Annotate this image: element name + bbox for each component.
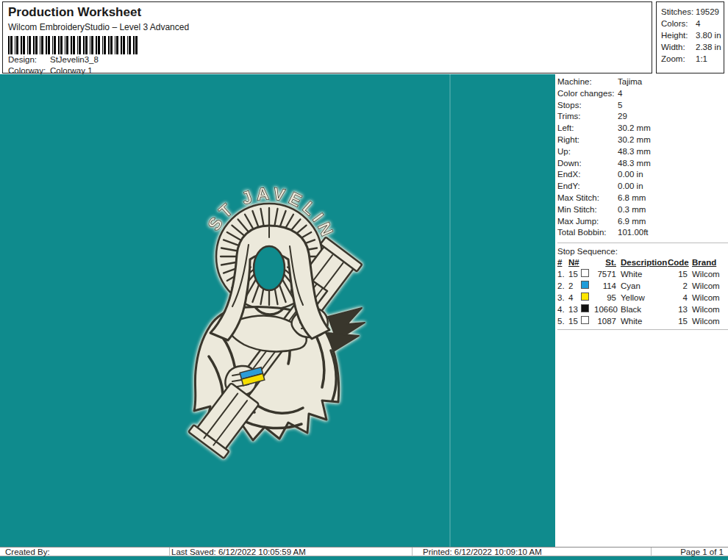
- colors-label: Colors:: [661, 18, 696, 29]
- software-name: Wilcom EmbroideryStudio – Level 3 Advanc…: [8, 22, 189, 32]
- left-label: Left:: [557, 123, 618, 134]
- production-worksheet-page: Production Worksheet Wilcom EmbroiderySt…: [0, 0, 728, 560]
- header-box: Production Worksheet Wilcom EmbroiderySt…: [2, 1, 652, 73]
- colors-value: 4: [696, 18, 700, 29]
- endx-value: 0.00 in: [618, 169, 643, 181]
- col-code: Code: [668, 258, 689, 267]
- design-barcode: [8, 36, 139, 54]
- zoom-value: 1:1: [696, 53, 707, 65]
- stop-sequence-title: Stop Sequence:: [557, 245, 728, 257]
- design-label: Design:: [8, 55, 50, 64]
- footer-divider: [169, 548, 170, 556]
- created-by: Created By:: [5, 548, 167, 556]
- down-value: 48.3 mm: [618, 158, 651, 170]
- summary-box: Stitches:19529 Colors:4 Height:3.80 in W…: [656, 1, 724, 73]
- down-label: Down:: [557, 158, 618, 170]
- last-saved: Last Saved: 6/12/2022 10:05:59 AM: [171, 548, 407, 556]
- thread-swatch-white: [581, 269, 589, 277]
- info-row-left: Left:30.2 mm: [557, 123, 728, 134]
- col-description: Description: [621, 258, 667, 267]
- footer-divider: [651, 548, 652, 556]
- total-bobbin-value: 101.00ft: [618, 227, 649, 239]
- stops-value: 5: [618, 100, 622, 112]
- info-row-down: Down:48.3 mm: [557, 158, 728, 170]
- color-changes-label: Color changes:: [557, 88, 618, 100]
- design-canvas: ST JAVELIN: [0, 74, 555, 547]
- summary-row-width: Width:2.38 in: [661, 41, 724, 53]
- embroidery-design: ST JAVELIN: [0, 74, 555, 547]
- st-javelin-patch: ST JAVELIN: [188, 183, 365, 459]
- stop-row-5: 5. 15 1087 White 15 Wilcom: [557, 316, 728, 328]
- width-label: Width:: [661, 41, 696, 53]
- min-stitch-value: 0.3 mm: [618, 204, 646, 216]
- info-row-machine: Machine:Tajima: [557, 76, 728, 88]
- max-stitch-value: 6.8 mm: [618, 193, 646, 204]
- max-jump-value: 6.9 mm: [618, 216, 646, 228]
- page-number: Page 1 of 1: [653, 548, 724, 556]
- info-row-right: Right:30.2 mm: [557, 134, 728, 146]
- summary-row-stitches: Stitches:19529: [661, 6, 724, 18]
- machine-info-panel: Machine:Tajima Color changes:4 Stops:5 T…: [556, 74, 728, 547]
- page-title: Production Worksheet: [8, 5, 141, 20]
- max-stitch-label: Max Stitch:: [557, 193, 618, 204]
- min-stitch-label: Min Stitch:: [557, 204, 618, 216]
- stop-table-header: # N# St. Description Code Brand: [557, 257, 728, 269]
- endx-label: EndX:: [557, 169, 618, 181]
- col-brand: Brand: [692, 258, 716, 267]
- height-label: Height:: [661, 29, 696, 41]
- width-value: 2.38 in: [696, 41, 721, 53]
- info-row-endy: EndY:0.00 in: [557, 181, 728, 193]
- info-row-endx: EndX:0.00 in: [557, 169, 728, 181]
- stop-row-4: 4. 13 10660 Black 13 Wilcom: [557, 304, 728, 316]
- info-row-total-bobbin: Total Bobbin:101.00ft: [557, 227, 728, 239]
- printed-timestamp: Printed: 6/12/2022 10:09:10 AM: [423, 548, 643, 556]
- col-num: #: [557, 258, 562, 267]
- stops-label: Stops:: [557, 100, 618, 112]
- info-row-up: Up:48.3 mm: [557, 146, 728, 158]
- color-changes-value: 4: [618, 88, 622, 100]
- footer-divider: [412, 548, 413, 556]
- info-row-trims: Trims:29: [557, 111, 728, 123]
- stop-sequence-table: # N# St. Description Code Brand 1. 15 75…: [557, 257, 728, 329]
- stop-row-2: 2. 2 114 Cyan 2 Wilcom: [557, 281, 728, 292]
- zoom-label: Zoom:: [661, 53, 696, 65]
- thread-swatch-black: [581, 304, 589, 312]
- thread-swatch-yellow: [581, 292, 589, 301]
- total-bobbin-label: Total Bobbin:: [557, 227, 618, 239]
- trims-value: 29: [618, 111, 627, 123]
- machine-value: Tajima: [618, 76, 642, 88]
- col-st: St.: [605, 258, 616, 267]
- right-label: Right:: [557, 134, 618, 146]
- height-value: 3.80 in: [696, 29, 721, 41]
- stop-sequence-section: Stop Sequence: # N# St. Description Code…: [557, 243, 728, 329]
- bottom-teal-bar: [0, 556, 728, 560]
- design-row: Design:StJevelin3_8: [8, 55, 99, 64]
- footer-bar: Created By: Last Saved: 6/12/2022 10:05:…: [0, 547, 728, 556]
- col-n: N#: [568, 258, 579, 267]
- max-jump-label: Max Jump:: [557, 216, 618, 228]
- stitches-label: Stitches:: [661, 6, 696, 18]
- summary-row-height: Height:3.80 in: [661, 29, 724, 41]
- stitches-value: 19529: [696, 6, 719, 18]
- summary-row-zoom: Zoom:1:1: [661, 53, 724, 65]
- endy-label: EndY:: [557, 181, 618, 193]
- info-row-max-jump: Max Jump:6.9 mm: [557, 216, 728, 228]
- right-value: 30.2 mm: [618, 134, 651, 146]
- summary-row-colors: Colors:4: [661, 18, 724, 29]
- face: [254, 246, 285, 290]
- trims-label: Trims:: [557, 111, 618, 123]
- info-row-color-changes: Color changes:4: [557, 88, 728, 100]
- info-row-min-stitch: Min Stitch:0.3 mm: [557, 204, 728, 216]
- info-row-max-stitch: Max Stitch:6.8 mm: [557, 193, 728, 204]
- endy-value: 0.00 in: [618, 181, 643, 193]
- thread-swatch-cyan: [581, 281, 589, 289]
- thread-swatch-white: [581, 316, 589, 324]
- left-value: 30.2 mm: [618, 123, 651, 134]
- up-label: Up:: [557, 146, 618, 158]
- stop-row-3: 3. 4 95 Yellow 4 Wilcom: [557, 292, 728, 304]
- machine-label: Machine:: [557, 76, 618, 88]
- info-row-stops: Stops:5: [557, 100, 728, 112]
- up-value: 48.3 mm: [618, 146, 651, 158]
- design-name: StJevelin3_8: [50, 55, 99, 64]
- stop-row-1: 1. 15 7571 White 15 Wilcom: [557, 269, 728, 281]
